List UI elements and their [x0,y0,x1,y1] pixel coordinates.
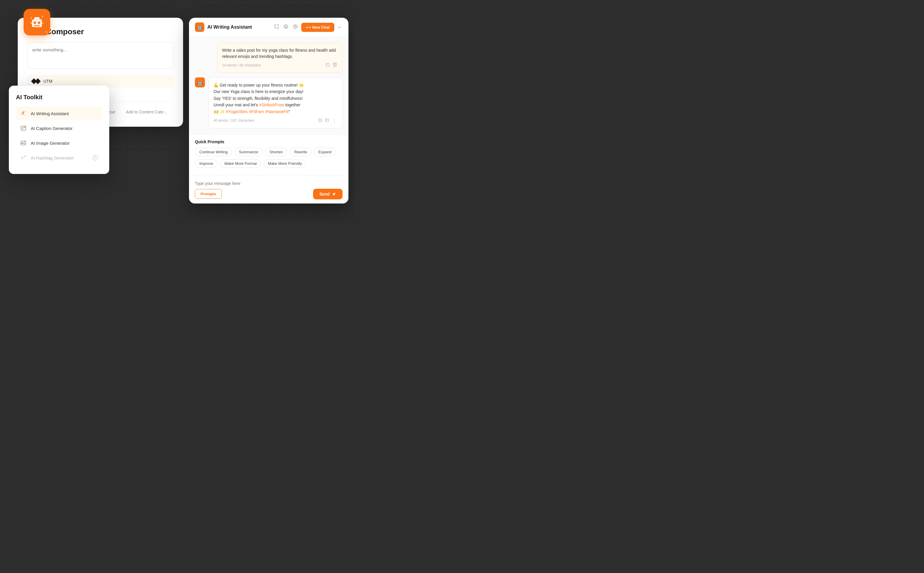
writing-assistant-label: AI Writing Assistant [31,111,69,116]
ai-response-row: 🤖 💪 Get ready to power up your fitness r… [195,77,342,128]
hashtag-generator-label: AI Hashtag Generator [31,155,74,160]
credits-icon-button[interactable]: $ [282,23,289,31]
message-input-area: Prompts Send [189,175,349,204]
new-chat-plus: + [306,25,308,30]
ai-text-line4: Unroll your mat and let's [214,102,259,107]
caption-generator-label: AI Caption Generator [31,126,73,131]
ai-text-line2: Our new Yoga class is here to energize y… [214,89,303,94]
ai-toolkit-panel: AI Toolkit AI Writing Assistant ✦ AI Cap… [9,86,109,174]
ai-text-line3: Say 'YES' to strength, flexibility and m… [214,96,303,101]
prompt-expand[interactable]: Expand [314,148,336,156]
svg-text:✦: ✦ [40,18,42,21]
add-to-content-cate-button[interactable]: Add to Content Cate... [121,106,172,117]
compose-textarea[interactable] [27,42,174,69]
hashtag-generator-icon: # ✦ [20,155,27,161]
ai-hashtag2: #YogaVibes [226,109,248,114]
quick-prompts-title: Quick Prompts [195,139,342,144]
ai-copy-button[interactable] [325,117,330,124]
prompts-button[interactable]: Prompts [195,189,222,199]
ai-text-line6: 🙌 ✨ [214,109,226,114]
ai-regenerate-button[interactable] [317,117,323,124]
new-chat-label: + New Chat [309,25,330,30]
svg-point-4 [38,22,40,24]
chat-header-robot-icon: 🤖 [195,22,204,32]
svg-rect-28 [327,64,329,66]
image-generator-label: AI Image Generator [31,141,70,146]
ai-bubble-meta: 40 words / 242 characters [214,117,338,124]
writing-assistant-icon [20,110,27,117]
prompt-summarize[interactable]: Summarize [235,148,263,156]
ai-hashtag3: #FitFam [249,109,264,114]
history-icon-button[interactable] [292,23,299,31]
message-input[interactable] [195,180,342,189]
toolkit-item-hashtag-generator[interactable]: # ✦ AI Hashtag Generator ? [16,151,102,164]
resize-icon-button[interactable] [273,23,280,31]
message-footer: Prompts Send [195,189,342,199]
prompt-tags-row1: Continue Writing Summarize Shorten Rewri… [195,148,342,156]
toolkit-item-caption-generator[interactable]: ✦ AI Caption Generator [16,121,102,135]
user-message-text: Write a sales post for my yoga class for… [222,47,338,59]
user-bubble-meta: 14 words / 94 characters [222,62,338,68]
ai-response-bubble: 💪 Get ready to power up your fitness rou… [208,77,342,128]
image-generator-icon: ✦ [20,140,27,146]
prompt-continue-writing[interactable]: Continue Writing [195,148,232,156]
svg-text:#: # [21,155,23,160]
ai-text-line7: " [289,109,290,114]
svg-point-3 [34,22,36,24]
ai-response-text: 💪 Get ready to power up your fitness rou… [214,82,338,115]
prompt-shorten[interactable]: Shorten [265,148,288,156]
chat-header-title: AI Writing Assistant [207,25,270,30]
user-word-count: 14 words / 94 characters [222,63,261,67]
send-label: Send [319,192,330,196]
caption-generator-icon: ✦ [20,125,27,132]
svg-point-9 [42,16,44,17]
robot-badge: ✦ ✦ [23,9,50,36]
send-icon [332,192,336,196]
prompt-rewrite[interactable]: Rewrite [290,148,311,156]
chat-header-actions: $ + + New Chat − [273,23,342,32]
svg-rect-33 [326,119,329,122]
svg-text:✦: ✦ [30,18,32,20]
copy-icon-button[interactable] [325,62,330,68]
prompt-more-friendly[interactable]: Make More Friendly [263,159,306,168]
svg-rect-32 [319,119,321,121]
svg-rect-5 [34,25,40,26]
ai-word-count: 40 words / 242 characters [214,119,254,122]
chat-header: 🤖 AI Writing Assistant $ [189,18,349,37]
chat-body: Write a sales post for my yoga class for… [189,37,349,135]
ai-hashtag1: #StrikeAPose [259,102,284,107]
ai-text-line1: 💪 Get ready to power up your fitness rou… [214,83,304,88]
ai-text-line5: together [284,102,300,107]
send-button[interactable]: Send [313,189,342,199]
svg-rect-30 [334,65,335,66]
prompt-more-formal[interactable]: Make More Formal [220,159,261,168]
prompt-improve[interactable]: Improve [195,159,217,168]
utm-logo [32,79,40,83]
save-icon-button[interactable] [332,62,338,68]
user-bubble-actions [325,62,338,68]
utm-diamond-right [35,78,41,84]
new-chat-button[interactable]: + + New Chat [301,23,334,32]
chat-panel: 🤖 AI Writing Assistant $ [189,18,349,204]
toolkit-item-image-generator[interactable]: ✦ AI Image Generator [16,136,102,150]
ai-bubble-actions: ⋮ [317,117,338,124]
toolkit-item-writing-assistant[interactable]: AI Writing Assistant [16,106,102,120]
minimize-button[interactable]: − [337,23,342,32]
user-message-bubble: Write a sales post for my yoga class for… [217,43,342,73]
svg-point-12 [25,111,26,112]
toolkit-title: AI Toolkit [16,94,102,101]
svg-text:$: $ [285,25,287,28]
hashtag-info-icon[interactable]: ? [93,155,98,160]
prompt-tags-row2: Improve Make More Formal Make More Frien… [195,159,342,168]
ai-more-button[interactable]: ⋮ [331,117,338,124]
quick-prompts-section: Quick Prompts Continue Writing Summarize… [189,135,349,175]
ai-avatar: 🤖 [195,77,205,88]
ai-hashtag4: #NamasteFit [265,109,289,114]
utm-label: UTM [44,79,52,84]
